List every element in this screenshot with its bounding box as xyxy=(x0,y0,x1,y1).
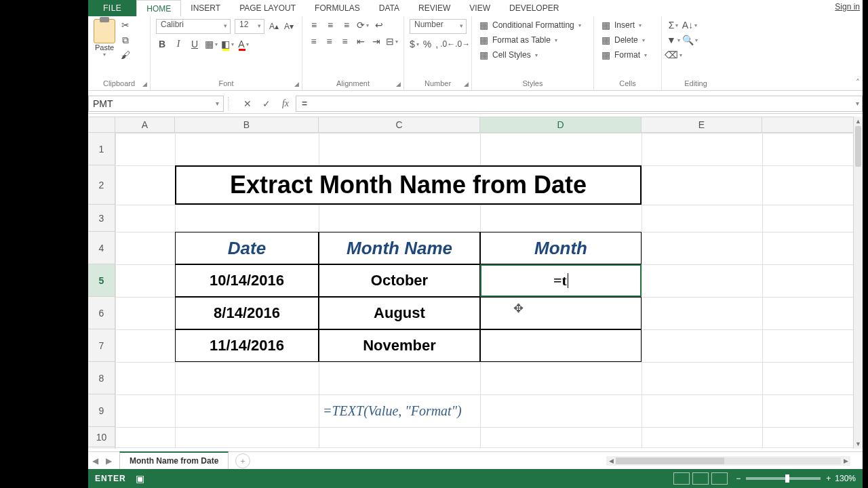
sheet-tab-active[interactable]: Month Name from Date xyxy=(119,451,229,470)
bold-button[interactable]: B xyxy=(156,38,168,50)
fill-color-button[interactable]: ◧ xyxy=(221,38,233,50)
orientation-icon[interactable]: ⟳ xyxy=(357,19,369,31)
view-page-layout-button[interactable] xyxy=(692,472,709,485)
select-all-corner[interactable] xyxy=(88,117,115,133)
formula-hint-cell[interactable]: =TEXT(Value, "Format") xyxy=(319,394,642,427)
row-header-8[interactable]: 8 xyxy=(88,362,115,394)
cell-month-1[interactable] xyxy=(480,297,642,329)
tab-home[interactable]: HOME xyxy=(136,0,181,16)
header-date[interactable]: Date xyxy=(175,232,319,264)
increase-indent-icon[interactable]: ⇥ xyxy=(370,35,382,47)
vscroll-thumb[interactable] xyxy=(855,126,861,167)
row-header-2[interactable]: 2 xyxy=(88,165,115,205)
enter-formula-button[interactable]: ✓ xyxy=(258,96,275,112)
increase-font-icon[interactable]: A▴ xyxy=(269,21,279,32)
comma-icon[interactable]: , xyxy=(435,38,438,50)
fill-icon[interactable]: ▼ xyxy=(667,34,679,46)
tab-formulas[interactable]: FORMULAS xyxy=(305,0,370,16)
tab-page-layout[interactable]: PAGE LAYOUT xyxy=(230,0,305,16)
tab-review[interactable]: REVIEW xyxy=(409,0,460,16)
dialog-launcher-icon[interactable]: ◢ xyxy=(396,81,401,87)
expand-formula-bar-icon[interactable]: ▾ xyxy=(856,100,859,107)
sheet-nav-prev-icon[interactable]: ◀ xyxy=(88,456,102,466)
hscroll-left-icon[interactable]: ◀ xyxy=(606,458,616,464)
align-bottom-icon[interactable]: ≡ xyxy=(340,19,353,31)
hscroll-track[interactable] xyxy=(616,458,841,464)
cell-date-2[interactable]: 11/14/2016 xyxy=(175,329,319,362)
zoom-slider-knob[interactable] xyxy=(785,474,789,483)
zoom-level[interactable]: 130% xyxy=(835,474,856,483)
font-color-button[interactable]: A xyxy=(237,38,250,50)
cell-date-1[interactable]: 8/14/2016 xyxy=(175,297,319,329)
cell-month-name-0[interactable]: October xyxy=(319,264,480,297)
wrap-text-icon[interactable]: ↩ xyxy=(373,19,385,31)
column-header-C[interactable]: C xyxy=(319,117,480,132)
autosum-icon[interactable]: Σ xyxy=(667,19,679,31)
align-left-icon[interactable]: ≡ xyxy=(308,35,319,47)
format-painter-icon[interactable]: 🖌 xyxy=(119,49,132,61)
cancel-formula-button[interactable]: ✕ xyxy=(239,96,256,112)
formula-bar-input[interactable]: = ▾ xyxy=(296,96,863,112)
add-sheet-button[interactable]: ＋ xyxy=(235,453,250,468)
format-cells-button[interactable]: ▦Format xyxy=(599,49,656,61)
dialog-launcher-icon[interactable]: ◢ xyxy=(142,81,147,87)
column-header-D[interactable]: D xyxy=(480,117,642,132)
cell-styles-button[interactable]: ▦Cell Styles xyxy=(477,49,588,61)
cell-month-name-2[interactable]: November xyxy=(319,329,480,362)
clear-icon[interactable]: ⌫ xyxy=(667,49,679,61)
tab-view[interactable]: VIEW xyxy=(460,0,500,16)
row-header-3[interactable]: 3 xyxy=(88,205,115,232)
tab-insert[interactable]: INSERT xyxy=(181,0,230,16)
zoom-in-button[interactable]: + xyxy=(826,474,831,483)
cell-month-2[interactable] xyxy=(480,329,642,362)
view-normal-button[interactable] xyxy=(673,472,690,485)
row-header-9[interactable]: 9 xyxy=(88,394,115,427)
cell-date-0[interactable]: 10/14/2016 xyxy=(175,264,319,297)
horizontal-scrollbar[interactable]: ◀ ▶ xyxy=(606,456,850,466)
cell-grid[interactable]: Extract Month Name from DateDateMonth Na… xyxy=(115,133,853,449)
font-name-select[interactable]: Calibri xyxy=(156,19,231,34)
row-header-4[interactable]: 4 xyxy=(88,232,115,264)
file-tab[interactable]: FILE xyxy=(88,0,136,16)
currency-icon[interactable]: $ xyxy=(410,38,419,50)
increase-decimal-icon[interactable]: .0← xyxy=(442,39,453,49)
name-box[interactable]: PMT xyxy=(88,96,224,112)
column-header-E[interactable]: E xyxy=(642,117,762,132)
cut-icon[interactable]: ✂ xyxy=(119,19,132,31)
scroll-up-icon[interactable]: ▲ xyxy=(854,117,863,126)
tab-data[interactable]: DATA xyxy=(370,0,409,16)
row-header-1[interactable]: 1 xyxy=(88,133,115,165)
number-format-select[interactable]: Number xyxy=(410,19,467,34)
macro-record-icon[interactable]: ▣ xyxy=(136,473,144,484)
scroll-down-icon[interactable]: ▼ xyxy=(854,439,863,449)
column-header-B[interactable]: B xyxy=(175,117,319,132)
sheet-nav-next-icon[interactable]: ▶ xyxy=(102,456,115,466)
sort-filter-icon[interactable]: A↓ xyxy=(684,19,696,31)
zoom-out-button[interactable]: − xyxy=(736,474,741,483)
sign-in-link[interactable]: Sign in xyxy=(835,2,860,12)
delete-cells-button[interactable]: ▦Delete xyxy=(599,34,656,46)
decrease-indent-icon[interactable]: ⇤ xyxy=(355,35,366,47)
row-header-6[interactable]: 6 xyxy=(88,297,115,329)
row-header-7[interactable]: 7 xyxy=(88,329,115,362)
decrease-decimal-icon[interactable]: .0→ xyxy=(457,39,468,49)
align-center-icon[interactable]: ≡ xyxy=(323,35,335,47)
hscroll-thumb[interactable] xyxy=(616,458,724,464)
vertical-scrollbar[interactable]: ▲ ▼ xyxy=(853,117,863,449)
header-month-name[interactable]: Month Name xyxy=(319,232,480,264)
percent-icon[interactable]: % xyxy=(423,38,431,50)
zoom-slider[interactable] xyxy=(746,477,821,480)
dialog-launcher-icon[interactable]: ◢ xyxy=(294,81,299,87)
cell-month-name-1[interactable]: August xyxy=(319,297,480,329)
format-as-table-button[interactable]: ▦Format as Table xyxy=(477,34,588,46)
font-size-select[interactable]: 12 xyxy=(235,19,264,34)
align-middle-icon[interactable]: ≡ xyxy=(324,19,336,31)
active-editing-cell[interactable]: =t xyxy=(480,264,642,297)
view-page-break-button[interactable] xyxy=(711,472,728,485)
row-header-10[interactable]: 10 xyxy=(88,427,115,447)
row-header-5[interactable]: 5 xyxy=(88,264,115,297)
dialog-launcher-icon[interactable]: ◢ xyxy=(464,81,469,87)
tab-developer[interactable]: DEVELOPER xyxy=(500,0,568,16)
conditional-formatting-button[interactable]: ▦Conditional Formatting xyxy=(477,19,588,31)
title-cell[interactable]: Extract Month Name from Date xyxy=(175,165,642,205)
